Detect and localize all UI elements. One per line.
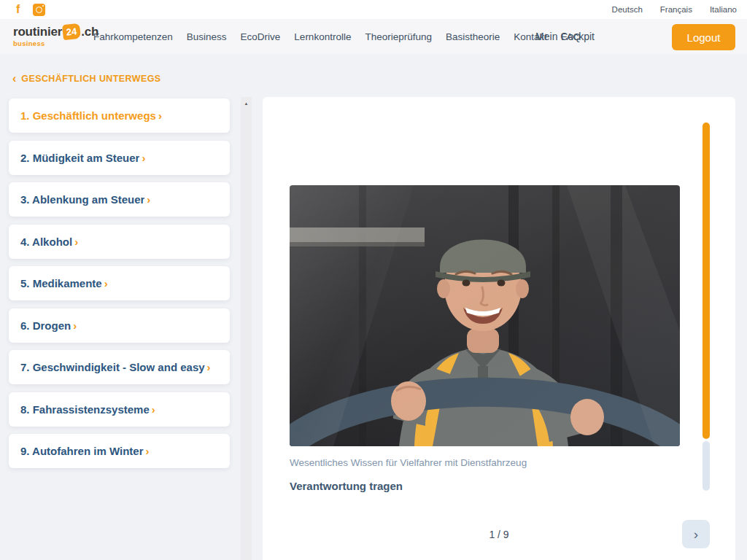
language-link-francais[interactable]: Français	[660, 5, 692, 14]
language-link-deutsch[interactable]: Deutsch	[612, 5, 643, 14]
nav-item-business[interactable]: Business	[187, 31, 227, 42]
language-switcher: Deutsch Français Italiano	[612, 5, 737, 14]
lesson-progress-track[interactable]	[703, 441, 710, 491]
sidebar-item-fahrassistenzsysteme[interactable]: 8. Fahrassistenzsysteme ›	[9, 392, 230, 427]
logo-business-tagline: business	[13, 39, 98, 47]
language-link-italiano[interactable]: Italiano	[710, 5, 737, 14]
nav-item-theoriepruefung[interactable]: Theorieprüfung	[365, 31, 432, 42]
sidebar-item-alkohol[interactable]: 4. Alkohol ›	[9, 225, 230, 259]
nav-item-lernkontrolle[interactable]: Lernkontrolle	[294, 31, 351, 42]
next-page-button[interactable]: ›	[682, 520, 710, 548]
sidebar-item-muedigkeit-am-steuer[interactable]: 2. Müdigkeit am Steuer ›	[9, 141, 230, 175]
sidebar-item-geschwindigkeit[interactable]: 7. Geschwindigkeit - Slow and easy ›	[9, 350, 230, 384]
sidebar-item-label: 1. Geschäftlich unterwegs	[20, 109, 156, 122]
page-indicator: 1 / 9	[263, 529, 735, 540]
sidebar-item-label: 7. Geschwindigkeit - Slow and easy	[20, 361, 205, 373]
nav-item-ecodrive[interactable]: EcoDrive	[241, 31, 281, 42]
routinier24-logo[interactable]: routinier 24 .ch business	[13, 24, 98, 47]
nav-item-fahrkompetenzen[interactable]: Fahrkompetenzen	[93, 31, 173, 42]
sidebar-item-label: 8. Fahrassistenzsysteme	[20, 403, 150, 416]
lesson-panel: Geschäftlich unterwegs Geschäftlich unte…	[263, 97, 735, 560]
logout-button[interactable]: Logout	[672, 24, 735, 50]
instagram-icon[interactable]	[33, 4, 45, 16]
mein-cockpit-link[interactable]: Mein Cockpit	[535, 19, 595, 54]
sidebar-item-drogen[interactable]: 6. Drogen ›	[9, 308, 230, 343]
sidebar-scrollbar[interactable]: ▲	[241, 97, 252, 560]
chevron-right-icon: ›	[147, 193, 150, 206]
scroll-up-arrow-icon[interactable]: ▲	[241, 98, 252, 108]
breadcrumb[interactable]: ‹ GESCHÄFTLICH UNTERWEGS	[12, 74, 161, 84]
section-heading: Verantwortung tragen	[290, 480, 403, 492]
logo-text-routinier: routinier	[13, 25, 62, 39]
sidebar-item-label: 4. Alkohol	[20, 236, 72, 248]
sidebar-item-geschaeftlich-unterwegs[interactable]: 1. Geschäftlich unterwegs ›	[9, 98, 230, 133]
chevron-right-icon: ›	[74, 236, 78, 248]
logo-24-badge: 24	[62, 23, 81, 40]
image-caption: Wesentliches Wissen für Vielfahrer mit D…	[290, 457, 527, 468]
sidebar-item-ablenkung-am-steuer[interactable]: 3. Ablenkung am Steuer ›	[9, 182, 230, 217]
sidebar-item-medikamente[interactable]: 5. Medikamente ›	[9, 266, 230, 300]
chevron-right-icon: ›	[104, 277, 108, 289]
chevron-right-icon: ›	[142, 152, 145, 164]
sidebar-item-label: 9. Autofahren im Winter	[20, 445, 144, 457]
social-links: f	[15, 4, 45, 16]
nav-links: Fahrkompetenzen Business EcoDrive Lernko…	[93, 19, 581, 54]
nav-item-basistheorie[interactable]: Basistheorie	[446, 31, 500, 42]
top-utility-bar: f Deutsch Français Italiano	[0, 0, 747, 19]
sidebar-item-autofahren-im-winter[interactable]: 9. Autofahren im Winter ›	[9, 434, 230, 468]
chevron-right-icon: ›	[158, 109, 162, 122]
routinier24-elearning-page: f Deutsch Français Italiano routinier 24…	[0, 0, 747, 560]
sidebar-item-label: 3. Ablenkung am Steuer	[20, 193, 144, 206]
chevron-right-icon: ›	[146, 445, 150, 457]
chevron-right-icon: ›	[694, 526, 698, 542]
main-navbar: routinier 24 .ch business Fahrkompetenze…	[0, 19, 747, 54]
driver-photo	[290, 185, 680, 446]
chapter-sidebar: 1. Geschäftlich unterwegs › 2. Müdigkeit…	[9, 98, 230, 468]
sidebar-item-label: 5. Medikamente	[20, 277, 102, 289]
chevron-right-icon: ›	[152, 403, 155, 416]
facebook-icon[interactable]: f	[15, 4, 21, 15]
chevron-right-icon: ›	[207, 361, 211, 373]
sidebar-item-label: 2. Müdigkeit am Steuer	[20, 152, 139, 164]
breadcrumb-label: GESCHÄFTLICH UNTERWEGS	[21, 74, 160, 84]
chevron-right-icon: ›	[73, 319, 77, 332]
chevron-left-icon: ‹	[12, 74, 16, 83]
lesson-progress-bar	[703, 122, 710, 439]
sidebar-item-label: 6. Drogen	[20, 319, 71, 332]
